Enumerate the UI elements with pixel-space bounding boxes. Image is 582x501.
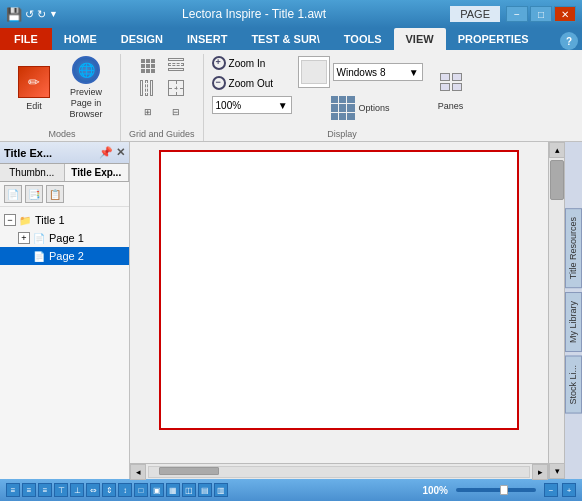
window-controls: − □ ✕ [506,6,576,22]
grid-btn-3[interactable] [135,78,161,98]
undo-icon[interactable]: ↺ [25,8,34,21]
right-tab-my-library[interactable]: My Library [565,292,582,352]
tree-area: − 📁 Title 1 + 📄 Page 1 📄 Page 2 [0,207,129,479]
qa-dropdown-icon[interactable]: ▼ [49,9,58,19]
maximize-button[interactable]: □ [530,6,552,22]
panel-title: Title Ex... [4,147,52,159]
tab-design[interactable]: DESIGN [109,28,175,50]
grid-btn-4[interactable] [163,78,189,98]
main-area: Title Ex... 📌 ✕ Thumbn... Title Exp... 📄… [0,142,582,479]
status-zoom-label: 100% [422,485,448,496]
align-left-icon[interactable]: ≡ [6,483,20,497]
tree-label-page1: Page 1 [49,232,84,244]
zoom-in-status-icon[interactable]: + [562,483,576,497]
edit-button[interactable]: Edit [12,56,56,120]
v-scroll-down-button[interactable]: ▾ [549,463,565,479]
options-icon [331,96,355,120]
app-title: Lectora Inspire - Title 1.awt [58,7,450,21]
align-center-icon[interactable]: ≡ [22,483,36,497]
align-middle-icon[interactable]: ⊥ [70,483,84,497]
panel-tabs: Thumbn... Title Exp... [0,164,129,182]
minimize-button[interactable]: − [506,6,528,22]
options-label: Options [359,103,390,113]
distribute-v-icon[interactable]: ⇕ [102,483,116,497]
page-canvas[interactable] [159,150,519,430]
status-icon-1[interactable]: □ [134,483,148,497]
save-icon[interactable]: 💾 [6,7,22,22]
tab-title-explorer[interactable]: Title Exp... [65,164,130,181]
right-panels: Title Resources My Library Stock Li... [564,142,582,479]
panel-pin-icon[interactable]: 📌 [99,146,113,159]
h-scroll-left-button[interactable]: ◂ [130,464,146,480]
status-icon-5[interactable]: ▤ [198,483,212,497]
status-icon-2[interactable]: ▣ [150,483,164,497]
display-dropdown-arrow-icon: ▼ [409,67,419,78]
panel-close-icon[interactable]: ✕ [116,146,125,159]
grid-btn-6[interactable]: ⊟ [163,102,189,122]
panel-tool-1[interactable]: 📄 [4,185,22,203]
tab-tools[interactable]: TOOLS [332,28,394,50]
zoom-slider-thumb[interactable] [500,485,508,495]
align-top-icon[interactable]: ⊤ [54,483,68,497]
redo-icon[interactable]: ↻ [37,8,46,21]
tab-view[interactable]: VIEW [394,28,446,50]
dropdown-arrow-icon: ▼ [278,100,288,111]
tree-label-page2: Page 2 [49,250,84,262]
v-scrollbar: ▴ ▾ [548,142,564,479]
ribbon-tabs: FILE HOME DESIGN INSERT TEST & SUR\ TOOL… [0,28,582,50]
zoom-out-label: Zoom Out [229,78,273,89]
ribbon-group-grid-guides: ⊞ ⊟ Grid and Guides [121,54,204,141]
preview-browser-button[interactable]: Preview Page in Browser [60,56,112,120]
tab-insert[interactable]: INSERT [175,28,239,50]
h-scrollbar: ◂ ▸ [130,463,548,479]
zoom-out-icon [212,76,226,90]
zoom-in-icon [212,56,226,70]
v-scroll-thumb[interactable] [550,160,564,200]
tab-file[interactable]: FILE [0,28,52,50]
grid-btn-5[interactable]: ⊞ [135,102,161,122]
browser-icon [72,56,100,84]
h-scroll-thumb[interactable] [159,467,219,475]
zoom-in-label: Zoom In [229,58,266,69]
zoom-in-row: Zoom In [212,56,292,70]
help-button[interactable]: ? [560,32,578,50]
tab-thumbnails[interactable]: Thumbn... [0,164,65,181]
tab-home[interactable]: HOME [52,28,109,50]
v-scroll-up-button[interactable]: ▴ [549,142,565,158]
canvas-page [130,142,548,463]
grid-btn-1[interactable] [135,56,161,76]
tab-test-sur[interactable]: TEST & SUR\ [239,28,331,50]
status-icon-3[interactable]: ▦ [166,483,180,497]
quick-access-toolbar: 💾 ↺ ↻ ▼ [6,7,58,22]
h-scroll-right-button[interactable]: ▸ [532,464,548,480]
align-bottom-icon[interactable]: ↕ [118,483,132,497]
ribbon: Edit Preview Page in Browser Modes [0,50,582,142]
status-icon-6[interactable]: ▥ [214,483,228,497]
tree-item-title1[interactable]: − 📁 Title 1 [0,211,129,229]
zoom-slider[interactable] [456,488,536,492]
tree-toggle-title1[interactable]: − [4,214,16,226]
panel-tool-3[interactable]: 📋 [46,185,64,203]
display-mode-dropdown[interactable]: Windows 8 ▼ [333,63,423,81]
tree-label-title1: Title 1 [35,214,65,226]
status-icon-4[interactable]: ◫ [182,483,196,497]
page-icon-2: 📄 [32,249,46,263]
tree-item-page1[interactable]: + 📄 Page 1 [0,229,129,247]
distribute-h-icon[interactable]: ⇔ [86,483,100,497]
tree-toggle-page1[interactable]: + [18,232,30,244]
zoom-level-dropdown[interactable]: 100% ▼ [212,96,292,114]
close-button[interactable]: ✕ [554,6,576,22]
grid-btn-2[interactable] [163,56,189,76]
align-right-icon[interactable]: ≡ [38,483,52,497]
panes-button[interactable]: Panes [429,56,473,120]
tab-properties[interactable]: PROPERTIES [446,28,541,50]
v-scroll-track [549,158,564,463]
zoom-out-row: Zoom Out [212,76,292,90]
right-tab-title-resources[interactable]: Title Resources [565,208,582,288]
tree-item-page2[interactable]: 📄 Page 2 [0,247,129,265]
right-tab-stock-library[interactable]: Stock Li... [565,356,582,414]
zoom-out-status-icon[interactable]: − [544,483,558,497]
options-button[interactable]: Options [298,92,423,124]
panel-tool-2[interactable]: 📑 [25,185,43,203]
grid-guides-label: Grid and Guides [129,127,195,139]
